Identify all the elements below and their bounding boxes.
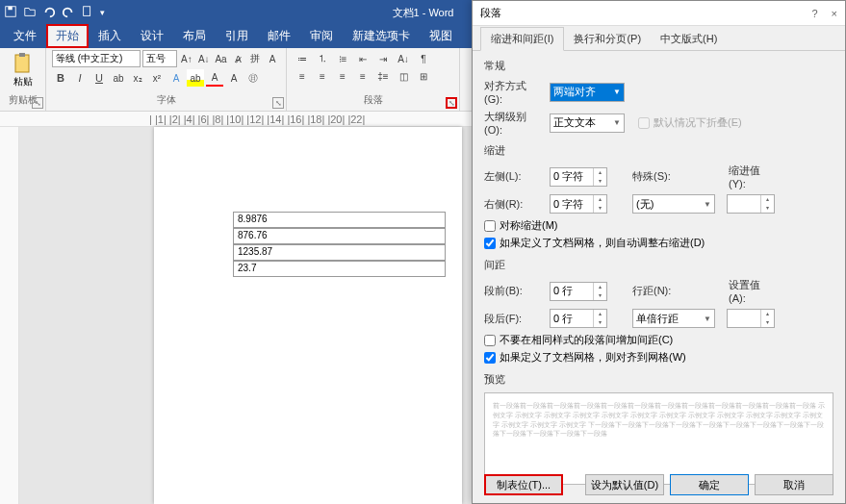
qat-more-icon[interactable]: ▾: [100, 8, 105, 17]
tabs-button[interactable]: 制表位(T)...: [484, 474, 563, 495]
strike-icon[interactable]: ab: [110, 69, 127, 87]
dialog-help-icon[interactable]: ?: [811, 8, 817, 19]
left-indent-spin[interactable]: 0 字符▴▾: [550, 167, 607, 187]
font-dialog-launcher[interactable]: ⤡: [272, 97, 284, 109]
subscript-icon[interactable]: x₂: [129, 69, 146, 87]
tab-insert[interactable]: 插入: [89, 24, 131, 48]
preview-box: 前一段落前一段落前一段落前一段落前一段落前一段落前一段落前一段落前一段落前一段落…: [484, 392, 833, 485]
dialog-tab-indent[interactable]: 缩进和间距(I): [480, 27, 564, 51]
font-color-icon[interactable]: A: [206, 69, 223, 87]
dialog-titlebar: 段落 ? ×: [473, 1, 845, 26]
tab-references[interactable]: 引用: [216, 24, 258, 48]
borders-icon[interactable]: ⊞: [414, 67, 433, 85]
nosame-check[interactable]: [484, 335, 496, 346]
paste-icon: [12, 52, 35, 75]
text-effects-icon[interactable]: A: [167, 69, 185, 87]
align-right-icon[interactable]: ≡: [333, 67, 352, 85]
left-indent-label: 左侧(L):: [484, 169, 544, 184]
underline-icon[interactable]: U: [90, 69, 108, 87]
default-button[interactable]: 设为默认值(D): [585, 474, 664, 495]
linesp-label: 行距(N):: [632, 284, 680, 298]
change-case-icon[interactable]: Aa: [214, 50, 229, 67]
paste-button[interactable]: 粘贴: [6, 50, 39, 90]
tab-file[interactable]: 文件: [4, 24, 46, 48]
phonetic-icon[interactable]: 拼: [247, 50, 263, 67]
table-row[interactable]: 8.9876: [234, 212, 446, 228]
special-combo[interactable]: (无)▼: [632, 194, 715, 214]
at-label: 设置值(A):: [729, 278, 777, 304]
open-icon[interactable]: [23, 5, 37, 20]
indent-inc-icon[interactable]: ⇥: [373, 50, 393, 67]
dialog-close-icon[interactable]: ×: [832, 8, 837, 19]
window-title: 文档1 - Word: [393, 6, 454, 20]
before-spin[interactable]: 0 行▴▾: [550, 282, 607, 301]
multilevel-icon[interactable]: ⁝≡: [333, 50, 352, 67]
char-shading-icon[interactable]: A: [225, 69, 243, 87]
table-row[interactable]: 1235.87: [234, 244, 446, 261]
mirror-check[interactable]: [484, 220, 496, 232]
tab-home[interactable]: 开始: [46, 24, 89, 48]
autogrid-check[interactable]: [484, 238, 496, 249]
at-spin[interactable]: ▴▾: [727, 309, 775, 328]
vertical-ruler[interactable]: [0, 127, 19, 504]
snapgrid-check[interactable]: [484, 352, 496, 364]
tab-review[interactable]: 审阅: [300, 24, 343, 48]
bold-icon[interactable]: B: [52, 69, 69, 87]
new-icon[interactable]: [81, 5, 94, 20]
after-spin[interactable]: 0 行▴▾: [550, 309, 607, 328]
indent-dec-icon[interactable]: ⇤: [353, 50, 372, 67]
superscript-icon[interactable]: x²: [148, 69, 166, 87]
tab-design[interactable]: 设计: [131, 24, 173, 48]
tab-layout[interactable]: 布局: [173, 24, 216, 48]
save-icon[interactable]: [4, 5, 17, 20]
bullets-icon[interactable]: ≔: [293, 50, 312, 67]
dialog-footer: 制表位(T)... 设为默认值(D) 确定 取消: [484, 474, 833, 495]
by-spin[interactable]: ▴▾: [727, 194, 775, 214]
clear-format-icon[interactable]: A̷: [230, 50, 245, 67]
clipboard-dialog-launcher[interactable]: ⤡: [32, 97, 43, 109]
grow-font-icon[interactable]: A↑: [179, 50, 194, 67]
align-combo[interactable]: 两端对齐▼: [550, 83, 625, 102]
enclose-icon[interactable]: ㊐: [244, 69, 262, 87]
shading-icon[interactable]: ◫: [394, 67, 413, 85]
collapse-label: 默认情况下折叠(E): [654, 115, 742, 130]
outline-label: 大纲级别(O):: [484, 110, 544, 136]
document-page[interactable]: 8.9876 876.76 1235.87 23.7: [154, 127, 462, 504]
ok-button[interactable]: 确定: [670, 474, 749, 495]
right-indent-spin[interactable]: 0 字符▴▾: [550, 194, 607, 214]
tab-newtab[interactable]: 新建选项卡: [343, 24, 420, 48]
cancel-button[interactable]: 取消: [755, 474, 833, 495]
dialog-tabs: 缩进和间距(I) 换行和分页(P) 中文版式(H): [473, 26, 845, 51]
italic-icon[interactable]: I: [71, 69, 89, 87]
numbering-icon[interactable]: ⒈: [313, 50, 332, 67]
paragraph-dialog: 段落 ? × 缩进和间距(I) 换行和分页(P) 中文版式(H) 常规 对齐方式…: [472, 0, 846, 504]
redo-icon[interactable]: [62, 5, 75, 20]
undo-icon[interactable]: [42, 5, 56, 20]
line-spacing-icon[interactable]: ‡≡: [373, 67, 393, 85]
paragraph-dialog-launcher[interactable]: ⤡: [446, 97, 457, 109]
table-row[interactable]: 23.7: [234, 261, 446, 277]
outline-combo[interactable]: 正文文本▼: [550, 113, 625, 133]
group-font: A↑ A↓ Aa A̷ 拼 A B I U ab x₂ x² A ab A A …: [46, 48, 287, 111]
font-size-combo[interactable]: [142, 50, 177, 67]
char-border-icon[interactable]: A: [265, 50, 280, 67]
shrink-font-icon[interactable]: A↓: [196, 50, 212, 67]
align-justify-icon[interactable]: ≡: [353, 67, 372, 85]
table-row[interactable]: 876.76: [234, 228, 446, 244]
linesp-combo[interactable]: 单倍行距▼: [632, 309, 715, 328]
tab-view[interactable]: 视图: [420, 24, 462, 48]
font-name-combo[interactable]: [52, 50, 141, 67]
align-center-icon[interactable]: ≡: [313, 67, 332, 85]
paste-label: 粘贴: [13, 75, 33, 88]
highlight-icon[interactable]: ab: [187, 69, 204, 87]
special-label: 特殊(S):: [632, 169, 680, 184]
svg-rect-3: [15, 55, 29, 72]
dialog-tab-cjk[interactable]: 中文版式(H): [651, 28, 727, 50]
dialog-tab-break[interactable]: 换行和分页(P): [564, 28, 651, 50]
show-marks-icon[interactable]: ¶: [414, 50, 433, 67]
tab-mailings[interactable]: 邮件: [258, 24, 300, 48]
ruler-ticks: | |1| |2| |4| |6| |8| |10| |12| |14| |16…: [149, 113, 365, 125]
dialog-body: 常规 对齐方式(G): 两端对齐▼ 大纲级别(O): 正文文本▼ 默认情况下折叠…: [473, 51, 845, 500]
sort-icon[interactable]: A↓: [394, 50, 413, 67]
align-left-icon[interactable]: ≡: [293, 67, 312, 85]
